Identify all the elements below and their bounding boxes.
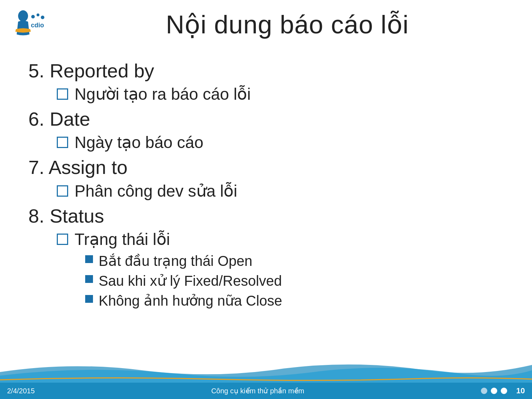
level3-item-3: Không ảnh hưởng nữa Close bbox=[85, 291, 504, 310]
bullet-icon bbox=[85, 295, 93, 303]
footer-wave-svg bbox=[0, 358, 532, 383]
svg-point-0 bbox=[18, 10, 28, 22]
slide-container: cdio Nội dung báo cáo lỗi 5. Reported by… bbox=[0, 0, 532, 399]
bullet-icon bbox=[85, 255, 93, 263]
svg-point-2 bbox=[31, 15, 35, 18]
item-5-child-1: Người tạo ra báo cáo lỗi bbox=[28, 84, 504, 104]
item-7-label: 7. Assign to bbox=[28, 155, 504, 180]
checkbox-icon bbox=[57, 137, 68, 148]
level3-item-3-label: Không ảnh hưởng nữa Close bbox=[99, 291, 282, 310]
item-8-label: 8. Status bbox=[28, 203, 504, 228]
footer-center-text: Công cụ kiểm thử phần mềm bbox=[211, 387, 304, 395]
level3-item-1: Bắt đầu trạng thái Open bbox=[85, 252, 504, 270]
svg-text:cdio: cdio bbox=[31, 22, 44, 29]
item-7: 7. Assign to Phân công dev sửa lỗi bbox=[28, 155, 504, 200]
header: cdio Nội dung báo cáo lỗi bbox=[0, 0, 532, 48]
footer-dot-3 bbox=[501, 388, 507, 394]
item-8: 8. Status Trạng thái lỗi Bắt đầu trạng t… bbox=[28, 203, 504, 310]
svg-point-3 bbox=[37, 13, 39, 16]
item-6-label: 6. Date bbox=[28, 106, 504, 131]
item-5-label: 5. Reported by bbox=[28, 58, 504, 83]
checkbox-icon bbox=[57, 185, 68, 197]
item-8-child-1: Trạng thái lỗi bbox=[28, 230, 504, 249]
footer-dot-2 bbox=[491, 388, 497, 394]
title-area: Nội dung báo cáo lỗi bbox=[64, 10, 511, 39]
item-8-child-1-label: Trạng thái lỗi bbox=[75, 230, 170, 249]
footer-right: 10 bbox=[481, 386, 525, 395]
footer-dots bbox=[481, 388, 507, 394]
level3-item-2-label: Sau khi xử lý Fixed/Resolved bbox=[99, 272, 282, 290]
item-6-child-1-label: Ngày tạo báo cáo bbox=[75, 133, 203, 152]
logo-area: cdio bbox=[11, 9, 50, 40]
item-7-child-1-label: Phân công dev sửa lỗi bbox=[75, 181, 237, 201]
item-5-child-1-label: Người tạo ra báo cáo lỗi bbox=[75, 84, 251, 104]
level3-item-1-label: Bắt đầu trạng thái Open bbox=[99, 252, 252, 270]
main-content: 5. Reported by Người tạo ra báo cáo lỗi … bbox=[0, 48, 532, 320]
item-6-child-1: Ngày tạo báo cáo bbox=[28, 133, 504, 152]
footer-page-number: 10 bbox=[516, 386, 525, 395]
item-7-child-1: Phân công dev sửa lỗi bbox=[28, 181, 504, 201]
footer: 2/4/2015 Công cụ kiểm thử phần mềm 10 bbox=[0, 371, 532, 399]
item-5: 5. Reported by Người tạo ra báo cáo lỗi bbox=[28, 58, 504, 104]
footer-date: 2/4/2015 bbox=[7, 387, 35, 395]
level3-item-2: Sau khi xử lý Fixed/Resolved bbox=[85, 272, 504, 290]
item-8-sublist: Bắt đầu trạng thái Open Sau khi xử lý Fi… bbox=[28, 252, 504, 310]
slide-title: Nội dung báo cáo lỗi bbox=[64, 10, 511, 39]
checkbox-icon bbox=[57, 234, 68, 245]
bullet-icon bbox=[85, 275, 93, 283]
footer-bar: 2/4/2015 Công cụ kiểm thử phần mềm 10 bbox=[0, 383, 532, 399]
footer-dot-1 bbox=[481, 388, 487, 394]
item-6: 6. Date Ngày tạo báo cáo bbox=[28, 106, 504, 152]
svg-point-4 bbox=[41, 16, 44, 19]
checkbox-icon bbox=[57, 88, 68, 100]
cdio-logo: cdio bbox=[12, 10, 48, 40]
